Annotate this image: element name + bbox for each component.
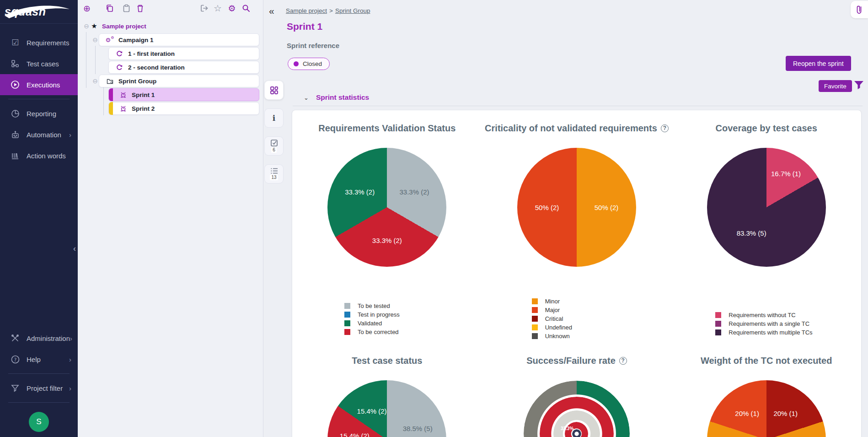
- sidebar-item-label: Reporting: [27, 110, 56, 118]
- pie-criticality[interactable]: 50% (2)50% (2): [517, 148, 636, 267]
- sidebar-item-label: Executions: [27, 81, 60, 89]
- tree-row-iteration[interactable]: 2 - second iteration: [78, 60, 263, 74]
- sidebar-item-executions[interactable]: Executions: [0, 74, 78, 95]
- sidebar-collapse-handle[interactable]: ‹: [73, 244, 76, 254]
- tree-node-label: 1 - first iteration: [128, 50, 175, 57]
- tab-information[interactable]: i: [264, 108, 284, 128]
- pie-weight-tc-not-executed[interactable]: 20% (1)20% (1): [707, 380, 826, 437]
- tree: ⊖ ★ Sample project ⊖ ⚙⚙ Campaign 1 1 - f…: [78, 19, 263, 115]
- chart-title: Test case status: [352, 355, 422, 367]
- tab-dashboard[interactable]: [264, 81, 284, 100]
- tree-project-label[interactable]: Sample project: [102, 23, 146, 30]
- sidebar-item-test-cases[interactable]: Test cases: [0, 53, 78, 74]
- tree-row-iteration[interactable]: 1 - first iteration: [78, 47, 263, 60]
- pie-slice-label: 50% (2): [535, 204, 559, 211]
- legend-swatch: [344, 312, 350, 318]
- legend-swatch: [344, 303, 350, 309]
- chart-coverage: Coverage by test cases 16.7% (1)83.3% (5…: [671, 110, 861, 343]
- legend-swatch: [715, 329, 721, 335]
- sidebar-item-requirements[interactable]: ☑ Requirements: [0, 32, 78, 53]
- sidebar-item-action-words[interactable]: Action words: [0, 145, 78, 166]
- status-dot-icon: [294, 61, 299, 66]
- status-badge[interactable]: Closed: [288, 58, 330, 70]
- legend-swatch: [532, 333, 538, 339]
- legend-label: Requirements with multiple TCs: [729, 329, 812, 336]
- requirements-icon: ☑: [10, 38, 20, 48]
- breadcrumb-link-sprint-group[interactable]: Sprint Group: [335, 7, 370, 14]
- help-icon[interactable]: ?: [619, 357, 627, 365]
- page-title: Sprint 1: [287, 21, 322, 32]
- settings-gear-icon[interactable]: ⚙: [226, 3, 237, 14]
- chart-legend: Minor Major Critical Undefined Unknown: [532, 297, 572, 340]
- legend-label: Requirements with a single TC: [729, 320, 809, 327]
- page-subtitle: Sprint reference: [287, 42, 339, 49]
- tab-executions-list[interactable]: 13: [264, 164, 284, 183]
- collapse-toggle-icon[interactable]: ⊖: [91, 77, 99, 85]
- legend-swatch: [532, 324, 538, 330]
- pie-test-case-status[interactable]: 38.5% (5)15.4% (2)15.4% (2): [327, 380, 446, 437]
- export-icon[interactable]: [198, 3, 209, 14]
- search-icon[interactable]: [241, 3, 252, 14]
- sunburst-success-failure[interactable]: 33.3%: [524, 381, 630, 437]
- sidebar-item-reporting[interactable]: Reporting: [0, 103, 78, 124]
- attachments-tab[interactable]: [851, 1, 868, 18]
- sidebar-item-label: Administration: [27, 334, 70, 342]
- breadcrumb-link-project[interactable]: Sample project: [286, 7, 327, 14]
- favorite-button[interactable]: Favorite: [819, 80, 852, 92]
- star-icon[interactable]: ☆: [212, 3, 223, 14]
- legend-label: Test in progress: [358, 311, 400, 318]
- sidebar-item-label: Automation: [27, 131, 61, 139]
- tree-row-sprint-2[interactable]: Sprint 2: [78, 102, 263, 115]
- reopen-sprint-button[interactable]: Reopen the sprint: [786, 56, 851, 71]
- sprint-statistics-header[interactable]: ⌄ Sprint statistics: [304, 93, 369, 102]
- add-icon[interactable]: ⊕: [81, 3, 92, 14]
- squash-logo[interactable]: squash: [0, 0, 78, 24]
- pie-slice-label: 50% (2): [595, 204, 619, 211]
- pie-slice-label: 15.4% (2): [357, 407, 387, 415]
- copy-icon[interactable]: [104, 3, 115, 14]
- pie-coverage[interactable]: 16.7% (1)83.3% (5): [707, 148, 826, 267]
- help-icon[interactable]: ?: [661, 124, 669, 132]
- tools-icon: [10, 333, 20, 343]
- paste-icon[interactable]: [121, 3, 132, 14]
- legend-label: Unknown: [545, 333, 570, 340]
- tree-row-campaign[interactable]: ⊖ ⚙⚙ Campaign 1: [78, 33, 263, 47]
- sprint-color-bar: [109, 102, 113, 115]
- legend-label: Undefined: [545, 324, 572, 331]
- list-icon: [270, 167, 278, 174]
- sidebar-item-project-filter[interactable]: Project filter ›: [0, 378, 78, 399]
- chevron-right-icon: ›: [69, 131, 71, 139]
- tab-test-plan[interactable]: 6: [264, 136, 284, 156]
- filter-funnel-icon[interactable]: [852, 79, 865, 92]
- reporting-icon: [10, 108, 20, 119]
- sidebar-item-administration[interactable]: Administration ›: [0, 328, 78, 349]
- legend-label: To be corrected: [358, 329, 399, 335]
- statistics-card: Requirements Validation Status 33.3% (2)…: [292, 110, 862, 437]
- legend-swatch: [532, 307, 538, 313]
- chevron-right-icon: ›: [69, 384, 71, 392]
- pie-slice-label: 15.4% (2): [340, 432, 370, 437]
- legend-item: Validated: [344, 319, 400, 328]
- pie-requirements-validation-status[interactable]: 33.3% (2)33.3% (2)33.3% (2): [327, 148, 446, 267]
- sunburst-center-label: 33.3%: [561, 426, 573, 431]
- collapse-toggle-icon[interactable]: ⊖: [91, 36, 99, 43]
- tree-row-project[interactable]: ⊖ ★ Sample project: [78, 19, 263, 33]
- legend-item: Unknown: [532, 332, 572, 340]
- sidebar-item-help[interactable]: ? Help ›: [0, 349, 78, 370]
- delete-icon[interactable]: [134, 3, 145, 14]
- legend-swatch: [532, 316, 538, 322]
- sidebar-item-automation[interactable]: Automation ›: [0, 124, 78, 145]
- user-avatar[interactable]: S: [29, 412, 49, 432]
- legend-item: Requirements without TC: [715, 311, 812, 319]
- section-divider: [293, 106, 863, 106]
- charts-grid: Requirements Validation Status 33.3% (2)…: [292, 110, 861, 437]
- sidebar-item-label: Action words: [27, 152, 66, 160]
- info-icon: i: [273, 113, 275, 123]
- legend-swatch: [532, 298, 538, 304]
- collapse-tree-icon[interactable]: «: [269, 5, 274, 16]
- tree-row-sprint-group[interactable]: ⊖ Sprint Group: [78, 74, 263, 88]
- tree-row-sprint-1[interactable]: Sprint 1: [78, 88, 263, 102]
- collapse-toggle-icon[interactable]: ⊖: [83, 22, 90, 30]
- breadcrumb: Sample project>Sprint Group: [286, 7, 370, 14]
- chart-title: Success/Failure rate ?: [526, 355, 627, 367]
